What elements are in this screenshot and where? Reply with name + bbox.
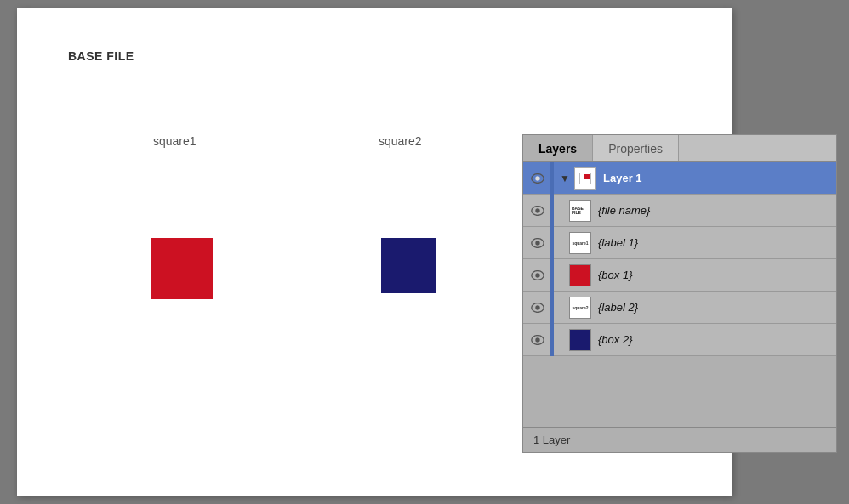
label1-row[interactable]: square1 {label 1} <box>523 227 836 259</box>
expand-icon[interactable]: ▼ <box>557 171 573 186</box>
box2-name: {box 2} <box>598 333 633 346</box>
box1-row[interactable]: {box 1} <box>523 259 836 292</box>
svg-point-1 <box>535 176 539 180</box>
label2-thumb: square2 <box>569 297 591 319</box>
visibility-icon-layer1[interactable] <box>528 169 547 188</box>
indent-bar-box2 <box>550 324 554 356</box>
svg-point-9 <box>535 305 539 309</box>
indent-bar-label2 <box>550 292 554 324</box>
file-name-row[interactable]: BASE FILE {file name} <box>523 195 836 227</box>
visibility-icon-label2[interactable] <box>528 298 547 317</box>
blue-square <box>381 238 436 293</box>
layer1-thumb <box>574 167 596 190</box>
label2-row[interactable]: square2 {label 2} <box>523 292 836 324</box>
svg-point-5 <box>535 241 539 245</box>
box2-row[interactable]: {box 2} <box>523 324 836 356</box>
red-square <box>151 238 213 299</box>
indent-bar-filename <box>550 195 554 227</box>
filename-label: {file name} <box>598 204 650 217</box>
filename-thumb: BASE FILE <box>569 200 591 222</box>
layer-count: 1 Layer <box>533 433 570 446</box>
visibility-icon-box1[interactable] <box>528 266 547 285</box>
svg-point-11 <box>535 337 539 342</box>
visibility-icon-filename[interactable] <box>528 201 547 220</box>
layers-panel: Layers Properties ▼ Layer 1 <box>522 134 837 453</box>
tab-layers[interactable]: Layers <box>523 135 593 161</box>
svg-point-7 <box>535 273 539 277</box>
base-file-label: BASE FILE <box>68 49 134 63</box>
square2-label: square2 <box>379 134 422 148</box>
panel-footer: 1 Layer <box>523 427 836 452</box>
box1-name: {box 1} <box>598 269 633 281</box>
visibility-icon-label1[interactable] <box>528 234 547 252</box>
svg-point-3 <box>535 208 539 212</box>
layer-1-row[interactable]: ▼ Layer 1 <box>523 162 836 195</box>
label2-name: {label 2} <box>598 301 638 314</box>
indent-bar-box1 <box>550 259 554 292</box>
layer1-name: Layer 1 <box>603 172 642 184</box>
box1-thumb <box>569 264 591 286</box>
visibility-icon-box2[interactable] <box>528 331 547 349</box>
box2-thumb <box>569 329 591 351</box>
label1-thumb: square1 <box>569 232 591 254</box>
layer-indent-bar <box>550 162 554 195</box>
layers-list: ▼ Layer 1 BASE FILE {file name} <box>523 162 836 427</box>
panel-tabs: Layers Properties <box>523 135 836 162</box>
square1-label: square1 <box>153 134 197 148</box>
indent-bar-label1 <box>550 227 554 259</box>
label1-name: {label 1} <box>598 236 638 249</box>
tab-properties[interactable]: Properties <box>593 135 679 161</box>
